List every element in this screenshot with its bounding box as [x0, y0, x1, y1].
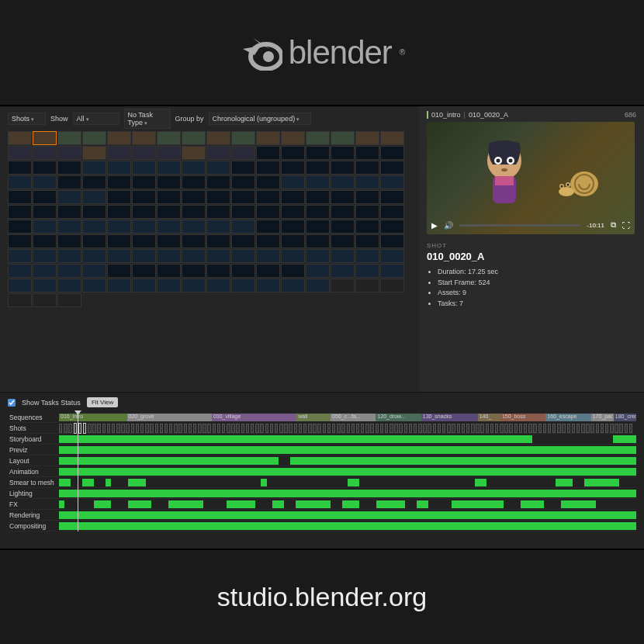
shot-thumbnail[interactable]: [8, 293, 32, 307]
shot-thumbnail[interactable]: [231, 161, 255, 175]
shot-thumbnail[interactable]: [107, 234, 131, 248]
shot-thumbnail[interactable]: [57, 131, 81, 145]
shot-thumbnail[interactable]: [33, 205, 57, 219]
shot-thumbnail[interactable]: [355, 249, 379, 263]
shot-thumbnail[interactable]: [157, 264, 181, 278]
shot-thumbnail[interactable]: [306, 234, 330, 248]
shot-thumbnail[interactable]: [82, 249, 106, 263]
shot-thumbnail[interactable]: [331, 249, 355, 263]
shot-thumbnail[interactable]: [57, 220, 81, 234]
shot-thumbnail[interactable]: [231, 175, 255, 189]
shot-thumbnail[interactable]: [256, 146, 280, 160]
shot-thumbnail[interactable]: [57, 205, 81, 219]
shot-thumbnail[interactable]: [380, 234, 404, 248]
shot-thumbnail[interactable]: [380, 220, 404, 234]
shot-thumbnail[interactable]: [355, 146, 379, 160]
task-track[interactable]: [59, 477, 636, 488]
fullscreen-icon[interactable]: ⛶: [622, 221, 630, 230]
shot-thumbnail[interactable]: [306, 249, 330, 263]
shot-thumbnail[interactable]: [33, 279, 57, 293]
task-track[interactable]: [59, 466, 636, 477]
shot-thumbnail[interactable]: [355, 279, 379, 293]
shot-thumbnail[interactable]: [57, 234, 81, 248]
shot-thumbnail[interactable]: [306, 131, 330, 145]
shot-thumbnail[interactable]: [132, 175, 156, 189]
shot-thumbnail[interactable]: [8, 264, 32, 278]
shot-thumbnail[interactable]: [132, 264, 156, 278]
shot-thumbnail[interactable]: [157, 161, 181, 175]
task-track[interactable]: [59, 445, 636, 455]
shot-thumbnail[interactable]: [256, 190, 280, 204]
shot-thumbnail[interactable]: [33, 249, 57, 263]
shot-thumbnail[interactable]: [306, 205, 330, 219]
task-track[interactable]: [59, 499, 636, 510]
shot-thumbnail[interactable]: [132, 249, 156, 263]
shot-thumbnail[interactable]: [281, 205, 305, 219]
shot-thumbnail[interactable]: [132, 234, 156, 248]
shot-thumbnail[interactable]: [206, 279, 230, 293]
shot-thumbnail[interactable]: [182, 205, 206, 219]
sequence-segment[interactable]: 020_grove: [127, 414, 212, 421]
shot-thumbnail[interactable]: [8, 234, 32, 248]
shot-thumbnail[interactable]: [331, 146, 355, 160]
shot-thumbnail[interactable]: [107, 131, 131, 145]
shot-thumbnail[interactable]: [157, 279, 181, 293]
shot-thumbnail[interactable]: [182, 234, 206, 248]
shot-thumbnail[interactable]: [8, 175, 32, 189]
breadcrumb-shot[interactable]: 010_0020_A: [469, 111, 508, 119]
sequence-segment[interactable]: 150_boss: [500, 414, 545, 421]
shot-thumbnail[interactable]: [8, 205, 32, 219]
shot-thumbnail[interactable]: [206, 131, 230, 145]
shot-thumbnail[interactable]: [256, 220, 280, 234]
seek-bar[interactable]: [459, 224, 580, 227]
group-dropdown[interactable]: Chronological (ungrouped)▾: [209, 113, 312, 125]
shot-thumbnail[interactable]: [82, 234, 106, 248]
shot-thumbnail[interactable]: [306, 264, 330, 278]
shot-thumbnail[interactable]: [157, 131, 181, 145]
shot-thumbnail[interactable]: [380, 264, 404, 278]
shot-thumbnail[interactable]: [281, 146, 305, 160]
fit-view-button[interactable]: Fit View: [87, 397, 118, 407]
shot-thumbnail[interactable]: [157, 175, 181, 189]
sequence-segment[interactable]: 140_: [478, 414, 500, 421]
shot-thumbnail[interactable]: [33, 146, 57, 160]
shot-thumbnail[interactable]: [82, 146, 106, 160]
shot-thumbnail[interactable]: [107, 249, 131, 263]
shot-thumbnail[interactable]: [331, 175, 355, 189]
shot-thumbnail[interactable]: [57, 264, 81, 278]
shot-thumbnail[interactable]: [132, 131, 156, 145]
shot-thumbnail[interactable]: [331, 131, 355, 145]
shot-thumbnail[interactable]: [331, 161, 355, 175]
sequence-segment[interactable]: 120_drow...: [376, 414, 421, 421]
play-icon[interactable]: ▶: [431, 221, 438, 230]
shot-thumbnail[interactable]: [380, 146, 404, 160]
shot-thumbnail[interactable]: [8, 161, 32, 175]
shot-thumbnail[interactable]: [132, 220, 156, 234]
shot-thumbnail[interactable]: [206, 234, 230, 248]
shot-thumbnail[interactable]: [33, 161, 57, 175]
shot-thumbnail[interactable]: [8, 279, 32, 293]
breadcrumb-seq[interactable]: 010_intro: [431, 111, 461, 119]
shot-thumbnail[interactable]: [107, 279, 131, 293]
shot-thumbnail[interactable]: [182, 190, 206, 204]
shot-thumbnail[interactable]: [182, 264, 206, 278]
shot-thumbnail[interactable]: [107, 161, 131, 175]
shot-thumbnail[interactable]: [331, 190, 355, 204]
shot-thumbnail[interactable]: [107, 220, 131, 234]
shot-thumbnail[interactable]: [157, 205, 181, 219]
task-track[interactable]: [59, 488, 636, 499]
shot-thumbnail[interactable]: [281, 279, 305, 293]
shot-thumbnail[interactable]: [157, 146, 181, 160]
shot-thumbnail[interactable]: [231, 146, 255, 160]
shot-thumbnail[interactable]: [206, 264, 230, 278]
shot-thumbnail[interactable]: [306, 175, 330, 189]
video-player[interactable]: ▶ 🔊 -10:11 ⧉ ⛶: [427, 122, 635, 234]
shot-thumbnail[interactable]: [306, 161, 330, 175]
shot-thumbnail[interactable]: [132, 279, 156, 293]
shot-thumbnail[interactable]: [8, 190, 32, 204]
sequence-segment[interactable]: wall: [296, 414, 331, 421]
shot-thumbnail[interactable]: [380, 131, 404, 145]
shot-thumbnail[interactable]: [57, 190, 81, 204]
shot-thumbnail[interactable]: [132, 190, 156, 204]
shot-thumbnail[interactable]: [82, 161, 106, 175]
